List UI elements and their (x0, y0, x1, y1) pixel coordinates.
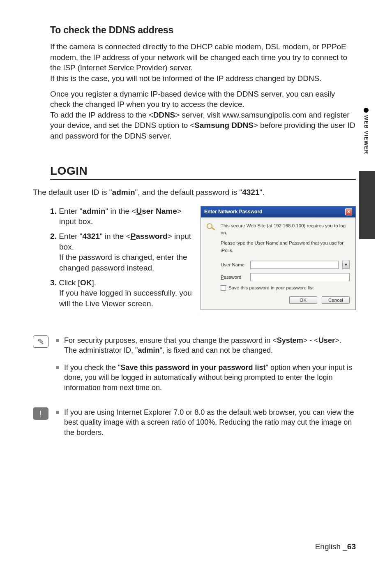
text: Enter " (59, 232, 82, 240)
bullet-icon (56, 411, 59, 414)
text-underline: U (136, 207, 142, 215)
text-bold: 4321 (242, 188, 259, 196)
save-password-label: Save this password in your password list (228, 285, 314, 290)
warning-icon: ! (33, 407, 48, 420)
dialog-titlebar: Enter Network Password × (201, 206, 355, 217)
text: ser Name (142, 207, 177, 215)
footer-lang: English (315, 542, 341, 551)
bullet-icon (56, 339, 59, 342)
text-bold: 4321 (83, 232, 100, 240)
text: Please type the User Name and Password t… (221, 240, 350, 254)
text: ", is fixed and can not be changed. (159, 346, 273, 354)
password-label: Password (221, 275, 246, 280)
text: ]. (92, 278, 96, 287)
save-password-checkbox[interactable] (221, 285, 226, 291)
password-input[interactable] (250, 273, 350, 281)
text: If this is the case, you will not be inf… (50, 74, 321, 83)
username-input[interactable] (250, 261, 339, 269)
heading-login: LOGIN (50, 164, 356, 180)
text: " in the < (100, 232, 131, 240)
side-tab-label: WEB VIEWER (363, 115, 369, 154)
text: If you have logged in successfully, you … (59, 289, 192, 308)
step-num: 3. (50, 278, 57, 287)
text: Enter " (59, 207, 82, 215)
text: Once you register a dynamic IP-based dev… (50, 90, 335, 109)
note-icon: ✎ (33, 335, 48, 348)
step-2: 2. Enter "4321" in the <Password> input … (50, 231, 192, 273)
text-bold: Samsung DDNS (194, 121, 253, 129)
dialog-title-text: Enter Network Password (204, 209, 262, 215)
key-icon (207, 223, 217, 233)
note-item: If you check the "Save this password in … (56, 363, 356, 393)
text: ", and the default password is " (135, 188, 242, 196)
step-3: 3. Click [OK]. If you have logged in suc… (50, 277, 192, 309)
paragraph: If the camera is connected directly to t… (50, 42, 356, 84)
text: assword (136, 232, 167, 240)
intro-text: The default user ID is "admin", and the … (33, 188, 356, 197)
cancel-button[interactable]: Cancel (322, 296, 350, 304)
text-underline: P (131, 232, 136, 240)
page-number: 63 (347, 542, 356, 551)
text-bold: admin (83, 207, 106, 215)
dot-icon (364, 108, 369, 113)
subheading-ddns: To check the DDNS address (50, 25, 356, 36)
text: >. (335, 336, 341, 344)
text-bold: Password (131, 232, 168, 240)
text: > - < (303, 336, 318, 344)
text: " in the < (106, 207, 136, 215)
username-dropdown-button[interactable]: ▼ (342, 261, 350, 269)
step-1: 1. Enter "admin" in the <User Name> inpu… (50, 206, 192, 227)
note-item: If you are using Internet Explorer 7.0 o… (56, 407, 356, 437)
footer-sep: _ (343, 542, 347, 551)
dialog-message: This secure Web Site (at 192.168.0.100) … (221, 222, 350, 254)
text: ". (259, 188, 264, 196)
step-num: 1. (50, 207, 57, 215)
text: If you check the " (64, 363, 120, 372)
page-footer: English _63 (315, 542, 356, 551)
side-thumb-bar (359, 171, 375, 239)
paragraph: Once you register a dynamic IP-based dev… (50, 89, 356, 141)
close-icon[interactable]: × (345, 208, 352, 215)
text-bold: OK (80, 278, 92, 287)
side-tab: WEB VIEWER (362, 108, 370, 154)
bullet-icon (56, 366, 59, 369)
text-bold: DDNS (153, 111, 175, 119)
text-bold: System (277, 336, 303, 344)
text: Click [ (59, 278, 80, 287)
username-label: User Name (221, 262, 246, 267)
text: For security purposes, ensure that you c… (64, 336, 277, 344)
text: The default user ID is " (33, 188, 112, 196)
text-bold: admin (112, 188, 135, 196)
text: If the camera is connected directly to t… (50, 42, 347, 72)
text-underline: S (228, 285, 232, 290)
password-dialog: Enter Network Password × This secure Web… (201, 206, 356, 310)
steps-list: 1. Enter "admin" in the <User Name> inpu… (50, 206, 192, 309)
text: To add the IP address to the < (50, 111, 153, 119)
text-bold: User Name (136, 207, 177, 215)
note-item: For security purposes, ensure that you c… (56, 335, 356, 356)
text: This secure Web Site (at 192.168.0.100) … (221, 222, 350, 237)
ok-button[interactable]: OK (289, 296, 317, 304)
text-bold: Save this password in your password list (120, 363, 265, 372)
step-num: 2. (50, 232, 57, 240)
text-bold: admin (138, 346, 159, 354)
text: If the password is changed, enter the ch… (59, 253, 187, 272)
text: If you are using Internet Explorer 7.0 o… (64, 407, 356, 437)
text: ave this password in your password list (232, 285, 314, 290)
text-bold: User (318, 336, 335, 344)
text: The administrator ID, " (64, 346, 138, 354)
